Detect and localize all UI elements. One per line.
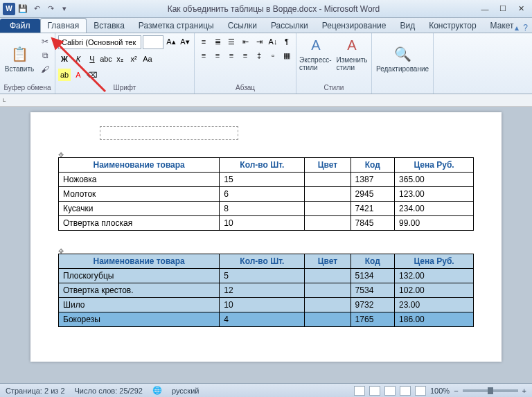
window-controls: — ☐ ✕ bbox=[477, 3, 532, 15]
horizontal-ruler[interactable]: L bbox=[0, 94, 532, 107]
status-language[interactable]: русский bbox=[172, 387, 199, 395]
tab-references[interactable]: Ссылки bbox=[221, 19, 264, 33]
status-lang-icon: 🌐 bbox=[152, 386, 162, 395]
format-painter-button[interactable]: 🖌 bbox=[38, 63, 52, 76]
grow-font-icon[interactable]: A▴ bbox=[165, 35, 177, 48]
tab-design[interactable]: Конструктор bbox=[422, 19, 483, 33]
table-row: Плоскогубцы55134132.00 bbox=[59, 269, 474, 283]
save-icon[interactable]: 💾 bbox=[17, 3, 29, 15]
tab-home[interactable]: Главная bbox=[40, 18, 87, 33]
justify-icon[interactable]: ≡ bbox=[239, 49, 251, 62]
numbering-icon[interactable]: ≣ bbox=[211, 35, 224, 48]
table-row: Отвертка плоская10784599.00 bbox=[59, 216, 474, 231]
clear-format-icon[interactable]: ⌫ bbox=[86, 69, 98, 81]
copy-button[interactable]: ⧉ bbox=[38, 49, 52, 62]
cut-button[interactable]: ✂ bbox=[38, 35, 52, 48]
tab-review[interactable]: Рецензирование bbox=[315, 19, 393, 33]
title-bar: W 💾 ↶ ↷ ▾ Как объединить таблицы в Ворде… bbox=[0, 0, 532, 18]
bullets-icon[interactable]: ≡ bbox=[197, 35, 210, 48]
table-1[interactable]: Наименование товара Кол-во Шт. Цвет Код … bbox=[58, 157, 474, 231]
group-styles: A Экспресс-стили A Изменить стили Стили bbox=[296, 33, 372, 94]
subscript-button[interactable]: x₂ bbox=[114, 53, 126, 65]
view-web[interactable] bbox=[384, 386, 396, 396]
placeholder-box bbox=[100, 126, 238, 140]
highlight-button[interactable]: ab bbox=[58, 69, 71, 81]
font-color-button[interactable]: A bbox=[72, 69, 85, 81]
view-outline[interactable] bbox=[400, 386, 411, 396]
app-window: W 💾 ↶ ↷ ▾ Как объединить таблицы в Ворде… bbox=[0, 0, 532, 397]
file-tab[interactable]: Файл bbox=[0, 19, 40, 33]
paste-button[interactable]: 📋 Вставить bbox=[3, 35, 36, 81]
group-paragraph: ≡ ≣ ☰ ⇤ ⇥ A↓ ¶ ≡ ≡ ≡ ≡ ‡ ▫ ▦ А bbox=[195, 33, 296, 94]
ribbon-tabs: Файл Главная Вставка Разметка страницы С… bbox=[0, 18, 532, 33]
minimize-button[interactable]: — bbox=[477, 3, 493, 15]
case-button[interactable]: Aa bbox=[141, 53, 154, 65]
styles-gallery-icon: A bbox=[306, 35, 326, 55]
quick-access-toolbar: W 💾 ↶ ↷ ▾ bbox=[0, 3, 71, 15]
minimize-ribbon-icon[interactable]: ▴ bbox=[515, 23, 519, 33]
tab-layout[interactable]: Разметка страницы bbox=[132, 19, 221, 33]
tab-mailings[interactable]: Рассылки bbox=[264, 19, 315, 33]
help-icon[interactable]: ? bbox=[523, 23, 528, 33]
show-marks-icon[interactable]: ¶ bbox=[281, 35, 293, 48]
indent-inc-icon[interactable]: ⇥ bbox=[253, 35, 265, 48]
bold-button[interactable]: Ж bbox=[58, 53, 71, 65]
ribbon-help: ▴ ? bbox=[515, 23, 528, 33]
sort-icon[interactable]: A↓ bbox=[267, 35, 279, 48]
close-button[interactable]: ✕ bbox=[513, 3, 529, 15]
zoom-in-button[interactable]: + bbox=[522, 387, 526, 395]
borders-icon[interactable]: ▦ bbox=[281, 49, 293, 62]
line-spacing-icon[interactable]: ‡ bbox=[253, 49, 265, 62]
align-center-icon[interactable]: ≡ bbox=[211, 49, 224, 62]
table-row: Молоток62945123.00 bbox=[59, 187, 474, 202]
table-row-selected: Бокорезы41765186.00 bbox=[59, 312, 474, 327]
document-area[interactable]: ✥ Наименование товара Кол-во Шт. Цвет Ко… bbox=[0, 107, 532, 383]
group-editing: 🔍 Редактирование bbox=[372, 33, 434, 94]
table-row: Шило10973223.00 bbox=[59, 298, 474, 312]
tab-insert[interactable]: Вставка bbox=[87, 19, 132, 33]
ribbon: 📋 Вставить ✂ ⧉ 🖌 Буфер обмена A▴ A▾ bbox=[0, 33, 532, 94]
table-row: Ножовка151387365.00 bbox=[59, 173, 474, 187]
group-clipboard: 📋 Вставить ✂ ⧉ 🖌 Буфер обмена bbox=[0, 33, 55, 94]
undo-icon[interactable]: ↶ bbox=[30, 3, 43, 15]
font-name-input[interactable] bbox=[58, 35, 141, 49]
table-row: Отвертка крестов.127534102.00 bbox=[59, 283, 474, 298]
zoom-out-button[interactable]: − bbox=[454, 387, 458, 395]
table-header-row: Наименование товара Кол-во Шт. Цвет Код … bbox=[59, 158, 474, 173]
redo-icon[interactable]: ↷ bbox=[44, 3, 57, 15]
shading-icon[interactable]: ▫ bbox=[267, 49, 279, 62]
view-print-layout[interactable] bbox=[354, 386, 365, 396]
word-icon: W bbox=[3, 3, 15, 15]
qat-dropdown-icon[interactable]: ▾ bbox=[58, 3, 71, 15]
shrink-font-icon[interactable]: A▾ bbox=[179, 35, 191, 48]
tab-view[interactable]: Вид bbox=[393, 19, 422, 33]
change-styles-icon: A bbox=[342, 35, 362, 55]
zoom-level[interactable]: 100% bbox=[430, 387, 450, 395]
status-words[interactable]: Число слов: 25/292 bbox=[75, 387, 143, 395]
multilevel-icon[interactable]: ☰ bbox=[225, 35, 238, 48]
table-row: Кусачки87421234.00 bbox=[59, 202, 474, 216]
editing-button[interactable]: 🔍 Редактирование bbox=[375, 35, 430, 81]
table-header-row: Наименование товара Кол-во Шт. Цвет Код … bbox=[59, 254, 474, 269]
change-styles-button[interactable]: A Изменить стили bbox=[335, 35, 369, 71]
express-styles-button[interactable]: A Экспресс-стили bbox=[299, 35, 332, 71]
underline-button[interactable]: Ч bbox=[86, 53, 98, 65]
zoom-slider[interactable] bbox=[463, 389, 518, 392]
font-size-input[interactable] bbox=[143, 35, 163, 49]
paste-icon: 📋 bbox=[10, 44, 29, 64]
indent-dec-icon[interactable]: ⇤ bbox=[239, 35, 251, 48]
align-left-icon[interactable]: ≡ bbox=[197, 49, 210, 62]
page: ✥ Наименование товара Кол-во Шт. Цвет Ко… bbox=[30, 112, 502, 362]
find-icon: 🔍 bbox=[393, 44, 412, 64]
superscript-button[interactable]: x² bbox=[127, 53, 140, 65]
table-2[interactable]: Наименование товара Кол-во Шт. Цвет Код … bbox=[58, 254, 474, 327]
window-title: Как объединить таблицы в Ворде.docx - Mi… bbox=[71, 4, 477, 14]
strike-button[interactable]: abc bbox=[100, 53, 112, 65]
group-font: A▴ A▾ Ж К Ч abc x₂ x² Aa ab A ⌫ bbox=[55, 33, 195, 94]
maximize-button[interactable]: ☐ bbox=[495, 3, 511, 15]
view-read[interactable] bbox=[369, 386, 380, 396]
view-draft[interactable] bbox=[415, 386, 426, 396]
status-page[interactable]: Страница: 2 из 2 bbox=[6, 387, 65, 395]
italic-button[interactable]: К bbox=[72, 53, 85, 65]
align-right-icon[interactable]: ≡ bbox=[225, 49, 238, 62]
